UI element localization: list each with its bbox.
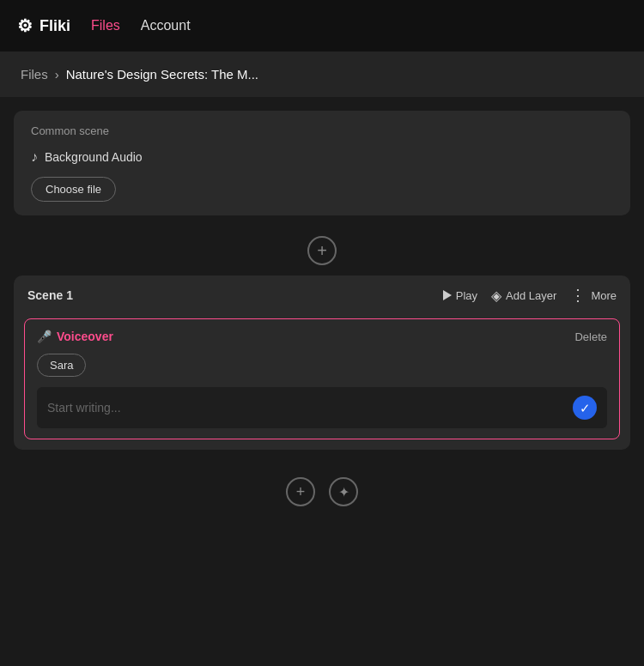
- voiceover-text: Voiceover: [57, 330, 113, 343]
- add-scene-section: +: [0, 229, 644, 269]
- add-layer-label: Add Layer: [506, 289, 556, 302]
- common-scene-card: Common scene ♪ Background Audio Choose f…: [14, 111, 630, 215]
- music-icon: ♪: [31, 149, 38, 165]
- scene-1-card: Scene 1 Play ◈ Add Layer ⋮ More 🎤 Voiceo…: [14, 275, 630, 450]
- scene-title: Scene 1: [27, 288, 73, 302]
- check-icon: ✓: [580, 402, 591, 415]
- delete-button[interactable]: Delete: [574, 330, 607, 343]
- voiceover-text-input[interactable]: [47, 401, 566, 415]
- bg-audio-label: Background Audio: [45, 150, 143, 164]
- text-input-row: ✓: [37, 387, 607, 428]
- play-label: Play: [456, 289, 477, 302]
- more-button[interactable]: ⋮ More: [570, 286, 617, 305]
- breadcrumb-current-page: Nature's Design Secrets: The M...: [66, 67, 258, 82]
- bottom-actions: + ✦: [0, 463, 644, 527]
- bg-audio-row: ♪ Background Audio: [31, 149, 613, 165]
- logo-text: Fliki: [39, 17, 70, 35]
- more-dots-icon: ⋮: [570, 286, 586, 305]
- breadcrumb-files[interactable]: Files: [21, 67, 48, 82]
- breadcrumb: Files › Nature's Design Secrets: The M..…: [0, 51, 644, 97]
- scene-header: Scene 1 Play ◈ Add Layer ⋮ More: [14, 275, 630, 315]
- nav-files-link[interactable]: Files: [91, 18, 120, 33]
- add-layer-button[interactable]: ◈ Add Layer: [491, 288, 556, 304]
- nav-account-link[interactable]: Account: [141, 18, 191, 33]
- play-icon: [443, 290, 452, 300]
- confirm-button[interactable]: ✓: [573, 396, 597, 420]
- voiceover-header: 🎤 Voiceover Delete: [37, 330, 607, 343]
- add-scene-button[interactable]: +: [307, 236, 337, 265]
- navbar: ⚙ Fliki Files Account: [0, 0, 644, 51]
- add-scene-bottom-button[interactable]: +: [286, 477, 315, 506]
- scene-actions: Play ◈ Add Layer ⋮ More: [443, 286, 617, 305]
- mic-icon: 🎤: [37, 330, 52, 343]
- logo[interactable]: ⚙ Fliki: [17, 15, 70, 36]
- voice-selector-button[interactable]: Sara: [37, 354, 86, 377]
- more-label: More: [591, 289, 617, 302]
- sparkle-button[interactable]: ✦: [329, 477, 358, 506]
- common-scene-label: Common scene: [31, 124, 613, 137]
- layers-icon: ◈: [491, 288, 501, 304]
- breadcrumb-separator: ›: [55, 67, 59, 82]
- choose-file-button[interactable]: Choose file: [31, 177, 116, 202]
- voiceover-layer: 🎤 Voiceover Delete Sara ✓: [24, 318, 620, 439]
- gear-icon: ⚙: [17, 15, 33, 36]
- play-button[interactable]: Play: [443, 289, 477, 302]
- voiceover-label: 🎤 Voiceover: [37, 330, 113, 343]
